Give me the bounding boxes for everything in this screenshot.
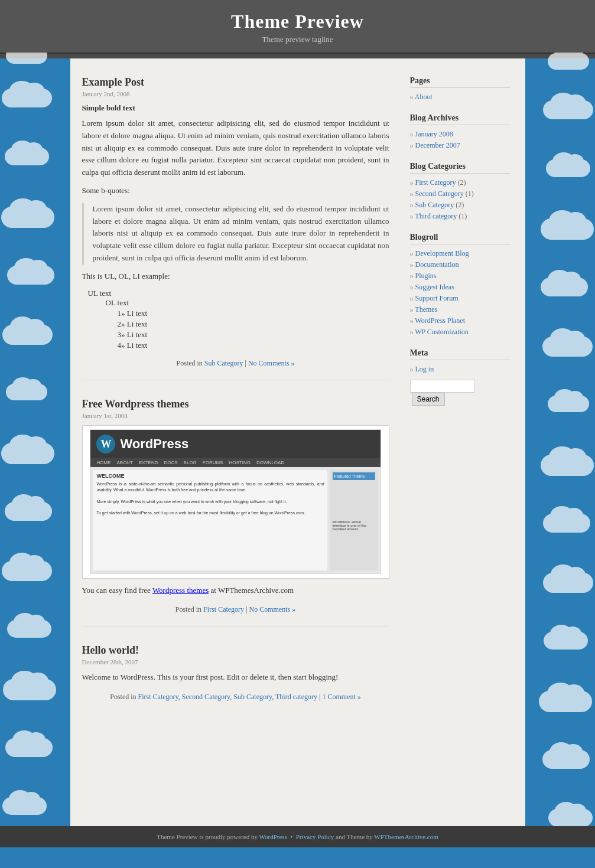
li-item-4: 4» Li text	[118, 341, 389, 350]
wp-side-col: Featured Theme WordPress' admin interfac…	[330, 470, 378, 570]
sidebar-archive-jan2008: January 2008	[410, 129, 511, 140]
post-date-2: January 1st, 2008	[82, 412, 389, 419]
sidebar-pages-section: Pages About	[410, 76, 511, 103]
sidebar-categories-list: First Category (2) Second Category (1) S…	[410, 177, 511, 222]
post-cat-link-3c[interactable]: Sub Category	[233, 693, 272, 701]
footer-text: Theme Preview is proudly powered by	[157, 833, 258, 840]
sidebar: Pages About Blog Archives January 2008 D…	[401, 70, 519, 743]
sidebar-blogroll-section: Blogroll Development Blog Documentation …	[410, 233, 511, 338]
sidebar-archives-title: Blog Archives	[410, 113, 511, 125]
wp-welcome-body: WordPress is a state-of-the-art semantic…	[96, 481, 324, 493]
wp-featured-label: Featured Theme	[333, 472, 375, 480]
blogroll-item-wpcustom: WP Customization	[410, 327, 511, 338]
blogroll-item-dev: Development Blog	[410, 248, 511, 259]
blogroll-link-support[interactable]: Support Forum	[415, 294, 459, 302]
blogroll-link-wpplanet[interactable]: WordPress Planet	[415, 316, 465, 325]
sidebar-cat-link-second[interactable]: Second Category	[415, 190, 464, 198]
footer-and: and	[336, 833, 345, 840]
page-wrapper: Example Post January 2nd, 2008 Simple bo…	[70, 58, 525, 826]
post-date-3: December 28th, 2007	[82, 658, 389, 665]
sidebar-cat-third: Third category (1)	[410, 211, 511, 222]
post-cat-link-3b[interactable]: Second Category	[182, 693, 230, 701]
post-example: Example Post January 2nd, 2008 Simple bo…	[82, 76, 389, 380]
post-title: Example Post	[82, 76, 389, 89]
post-comments-link-3[interactable]: 1 Comment »	[322, 693, 360, 701]
sidebar-cat-count-second: (1)	[466, 190, 474, 198]
post-cat-link-3a[interactable]: First Category	[138, 693, 178, 701]
sidebar-pages-list: About	[410, 92, 511, 103]
blogroll-item-docs: Documentation	[410, 259, 511, 270]
sidebar-cat-link-third[interactable]: Third category	[415, 212, 457, 220]
blogroll-link-dev[interactable]: Development Blog	[415, 249, 469, 257]
blogroll-link-plugins[interactable]: Plugins	[415, 272, 437, 280]
sidebar-meta-section: Meta Log in Search	[410, 348, 511, 406]
blockquote: Lorem ipsum dolor sit amet, consectetur …	[82, 203, 389, 265]
body-before: You can easy find free	[82, 586, 152, 595]
wp-welcome-title: WELCOME	[96, 473, 324, 479]
blogroll-link-themes[interactable]: Themes	[415, 305, 437, 314]
wp-image-inner: W WordPress HOME ABOUT EXTEND DOCS BLOG …	[90, 429, 381, 574]
search-form: Search	[410, 380, 511, 406]
ol-label: OL text	[106, 298, 389, 308]
post-comments-link-2[interactable]: No Comments »	[249, 605, 296, 614]
content-area: Example Post January 2nd, 2008 Simple bo…	[70, 58, 525, 755]
post-subtitle: Simple bold text	[82, 103, 389, 113]
body-after: at WPThemesArchive.com	[209, 586, 294, 595]
ul-section: UL text OL text 1» Li text 2» Li text 3»…	[88, 289, 389, 350]
sidebar-blogroll-list: Development Blog Documentation Plugins S…	[410, 248, 511, 338]
sidebar-pages-item-about: About	[410, 92, 511, 103]
sidebar-archives-section: Blog Archives January 2008 December 2007	[410, 113, 511, 151]
sidebar-archive-link-jan2008[interactable]: January 2008	[415, 130, 453, 138]
site-footer: Theme Preview is proudly powered by Word…	[0, 826, 595, 847]
blogroll-link-wpcustom[interactable]: WP Customization	[415, 328, 469, 336]
sidebar-blogroll-title: Blogroll	[410, 233, 511, 244]
wp-nav-bar: HOME ABOUT EXTEND DOCS BLOG FORUMS HOSTI…	[90, 458, 380, 467]
search-input[interactable]	[410, 380, 475, 393]
sidebar-cat-link-first[interactable]: First Category	[415, 178, 456, 187]
post-category-link[interactable]: Sub Category	[204, 359, 243, 367]
wordpress-screenshot: W WordPress HOME ABOUT EXTEND DOCS BLOG …	[82, 425, 389, 579]
posted-in-label: Posted in	[176, 359, 202, 367]
post-date: January 2nd, 2008	[82, 90, 389, 97]
sidebar-categories-section: Blog Categories First Category (2) Secon…	[410, 162, 511, 222]
li-item-1: 1» Li text	[118, 309, 389, 318]
ol-section: OL text 1» Li text 2» Li text 3» Li text…	[106, 298, 389, 350]
post-title-2: Free Wordpress themes	[82, 398, 389, 410]
sidebar-pages-title: Pages	[410, 76, 511, 88]
sidebar-archive-link-dec2007[interactable]: December 2007	[415, 141, 460, 149]
wp-main-col: WELCOME WordPress is a state-of-the-art …	[93, 470, 327, 570]
posted-in-label-2: Posted in	[175, 605, 201, 614]
sidebar-meta-list: Log in	[410, 364, 511, 375]
footer-theme-link[interactable]: WPThemesArchive.com	[374, 833, 438, 840]
post-comments-link[interactable]: No Comments »	[248, 359, 295, 367]
footer-privacy-link[interactable]: Privacy Policy	[296, 833, 334, 840]
footer-theme-text: Theme by	[346, 833, 372, 840]
ul-text: UL text	[88, 289, 389, 298]
blogroll-link-docs[interactable]: Documentation	[415, 260, 459, 269]
wp-nav-about: ABOUT	[116, 460, 133, 465]
post-meta: Posted in Sub Category | No Comments »	[82, 359, 389, 368]
list-label: This is UL, OL, LI example:	[82, 270, 389, 283]
site-title: Theme Preview	[0, 11, 595, 32]
blogroll-link-suggest[interactable]: Suggest Ideas	[415, 283, 454, 291]
blogroll-item-suggest: Suggest Ideas	[410, 282, 511, 293]
post-category-link-2[interactable]: First Category	[203, 605, 244, 614]
wp-logo-text: WordPress	[120, 436, 188, 452]
sidebar-cat-count-third: (1)	[459, 212, 467, 220]
blogroll-item-themes: Themes	[410, 304, 511, 315]
footer-wp-link[interactable]: WordPress	[259, 833, 287, 840]
sidebar-login-link[interactable]: Log in	[415, 365, 434, 373]
blogroll-item-plugins: Plugins	[410, 270, 511, 282]
sidebar-cat-link-sub[interactable]: Sub Category	[415, 201, 454, 209]
post-cat-link-3d[interactable]: Third category	[275, 693, 317, 701]
post-body: Lorem ipsum dolor sit amet, consectetur …	[82, 118, 389, 179]
search-button[interactable]: Search	[412, 393, 445, 406]
wp-nav-extend: EXTEND	[139, 460, 158, 465]
site-header: Theme Preview Theme preview tagline	[0, 0, 595, 53]
sidebar-pages-link-about[interactable]: About	[415, 93, 433, 101]
wp-nav-blog: BLOG	[184, 460, 197, 465]
wp-nav-download: DOWNLOAD	[256, 460, 284, 465]
wp-admin-note: WordPress' admin interface is one of the…	[333, 520, 375, 531]
li-item-2: 2» Li text	[118, 319, 389, 329]
wordpress-themes-link[interactable]: Wordpress themes	[152, 586, 209, 595]
